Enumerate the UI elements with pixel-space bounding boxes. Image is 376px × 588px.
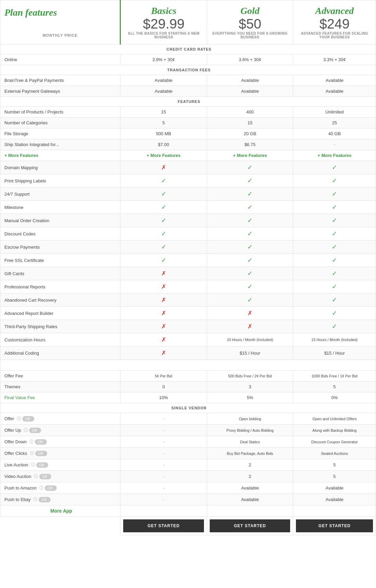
offer-up-gold: Proxy Bidding / Auto Bidding [207, 425, 293, 436]
offer-fee-basics: 5¢ Per Bid [120, 371, 207, 381]
offer-basics: - [120, 413, 207, 425]
offer-clicks-info-icon[interactable]: ⓘ [30, 450, 34, 456]
additional-coding-gold: $15 / Hour [207, 346, 293, 360]
offer-fee-gold: 500 Bids Free / 2¢ Per Bid [207, 371, 293, 381]
gold-plan-price: $50 [209, 16, 291, 32]
file-storage-gold: 20 GB [207, 128, 293, 139]
gold-plan-desc: EVERYTHING YOU NEED FOR A GROWING BUSINE… [209, 32, 291, 39]
advanced-report-advanced-icon: ✓ [332, 310, 337, 317]
professional-reports-basics-icon: ✗ [161, 283, 166, 290]
themes-basics: 0 [120, 381, 207, 392]
abandoned-cart-advanced-icon: ✓ [332, 297, 337, 303]
customization-hours-gold: 10 Hours / Month (Included) [207, 333, 293, 346]
discount-codes-gold-icon: ✓ [247, 230, 252, 237]
more-features-label[interactable]: + More Features [0, 150, 120, 161]
push-ebay-info-icon[interactable]: ⓘ [33, 497, 37, 502]
offer-clicks-basics: - [120, 448, 207, 459]
live-auction-toggle[interactable]: Off [36, 462, 48, 468]
print-shipping-label: Print Shipping Labels [0, 174, 120, 188]
gift-cards-gold-icon: ✓ [247, 270, 252, 277]
themes-label: Themes [0, 381, 120, 392]
offer-up-basics: - [120, 425, 207, 436]
offer-label: Offer [4, 416, 14, 421]
advanced-get-started-button[interactable]: GET STARTED [296, 519, 373, 532]
basics-plan-price: $29.99 [123, 16, 205, 32]
push-ebay-toggle[interactable]: Off [39, 497, 51, 502]
domain-mapping-basics: ✗ [120, 161, 207, 174]
gift-cards-advanced-icon: ✓ [332, 270, 337, 277]
offer-clicks-gold: Buy Bid Package, Auto Bids [207, 448, 293, 459]
push-amazon-advanced: Available [293, 482, 376, 494]
gold-plan-name: Gold [209, 5, 291, 16]
live-auction-row: Live Auction ⓘ Off [0, 459, 120, 471]
push-ebay-label: Push to Ebay [4, 497, 31, 502]
num-products-basics: 15 [120, 107, 207, 118]
third-party-gold-icon: ✗ [247, 323, 252, 330]
more-app-link[interactable]: More App [0, 505, 120, 517]
num-products-gold: 400 [207, 107, 293, 118]
escrow-basics-icon: ✓ [161, 244, 166, 250]
offer-up-label: Offer Up [4, 428, 21, 433]
support-gold-icon: ✓ [247, 191, 252, 197]
offer-down-toggle[interactable]: Off [35, 439, 47, 445]
braintree-label: BrainTree & PayPal Payments [0, 75, 120, 86]
live-auction-advanced: 5 [293, 459, 376, 471]
escrow-advanced-icon: ✓ [332, 244, 337, 250]
customization-hours-label: Customization Hours [0, 333, 120, 346]
num-categories-basics: 5 [120, 118, 207, 128]
advanced-report-label: Advanced Report Builder [0, 307, 120, 320]
print-shipping-basics-icon: ✓ [161, 177, 166, 184]
more-features-basics[interactable]: + More Features [120, 150, 207, 161]
offer-down-info-icon[interactable]: ⓘ [30, 439, 34, 445]
abandoned-cart-basics-icon: ✗ [161, 297, 166, 303]
abandoned-cart-gold-icon: ✓ [247, 297, 252, 303]
offer-toggle[interactable]: Off [22, 416, 34, 422]
push-amazon-info-icon[interactable]: ⓘ [39, 485, 43, 491]
live-auction-info-icon[interactable]: ⓘ [31, 462, 35, 468]
video-auction-gold: 2 [207, 471, 293, 482]
offer-clicks-toggle[interactable]: Off [35, 451, 47, 456]
basics-plan-desc: ALL THE BASICS FOR STARTING A NEW BUSINE… [123, 32, 205, 39]
free-ssl-advanced-icon: ✓ [332, 257, 337, 264]
video-auction-row: Video Auction ⓘ Off [0, 471, 120, 482]
addon-header: Add-Ons | 50% OFF [0, 360, 376, 371]
external-gateways-gold: Available [207, 86, 293, 97]
manual-order-gold-icon: ✓ [247, 217, 252, 224]
online-gold: 3.6% + 30¢ [207, 54, 293, 65]
offer-clicks-row: Offer Clicks ⓘ Off [0, 448, 120, 459]
themes-advanced: 5 [293, 381, 376, 392]
support-advanced-icon: ✓ [332, 191, 337, 197]
support-basics-icon: ✓ [161, 191, 166, 197]
offer-up-info-icon[interactable]: ⓘ [24, 427, 28, 433]
discount-codes-label: Discount Codes [0, 227, 120, 240]
more-features-advanced[interactable]: + More Features [293, 150, 376, 161]
single-vendor-header: SINGLE VENDOR [0, 403, 376, 413]
print-shipping-gold-icon: ✓ [247, 177, 252, 184]
gold-get-started-button[interactable]: GET STARTED [210, 519, 290, 532]
offer-info-icon[interactable]: ⓘ [17, 416, 21, 422]
video-auction-toggle[interactable]: Off [39, 474, 51, 479]
push-amazon-toggle[interactable]: Off [45, 485, 57, 491]
offer-up-toggle[interactable]: Off [29, 428, 41, 433]
num-categories-label: Number of Categories [0, 118, 120, 128]
num-categories-advanced: 25 [293, 118, 376, 128]
push-ebay-row: Push to Ebay ⓘ Off [0, 494, 120, 505]
more-features-gold[interactable]: + More Features [207, 150, 293, 161]
video-auction-info-icon[interactable]: ⓘ [34, 474, 38, 479]
file-storage-label: File Storage [0, 128, 120, 139]
manual-order-basics-icon: ✓ [161, 217, 166, 224]
gift-cards-basics-icon: ✗ [161, 270, 166, 277]
abandoned-cart-label: Abandoned Cart Recovery [0, 293, 120, 307]
themes-gold: 3 [207, 381, 293, 392]
additional-coding-advanced: $15 / Hour [293, 346, 376, 360]
transaction-fees-header: TRANSACTION FEES [0, 65, 376, 75]
offer-down-label: Offer Down [4, 439, 27, 444]
third-party-basics-icon: ✗ [161, 323, 166, 330]
milestone-gold-icon: ✓ [247, 204, 252, 211]
external-gateways-label: External Payment Gateways [0, 86, 120, 97]
push-amazon-label: Push to Amazon [4, 485, 37, 491]
basics-get-started-button[interactable]: GET STARTED [123, 519, 204, 532]
online-basics: 3.9% + 30¢ [120, 54, 207, 65]
advanced-plan-name: Advanced [295, 5, 374, 16]
offer-advanced: Open and Unlimited Offers [293, 413, 376, 425]
